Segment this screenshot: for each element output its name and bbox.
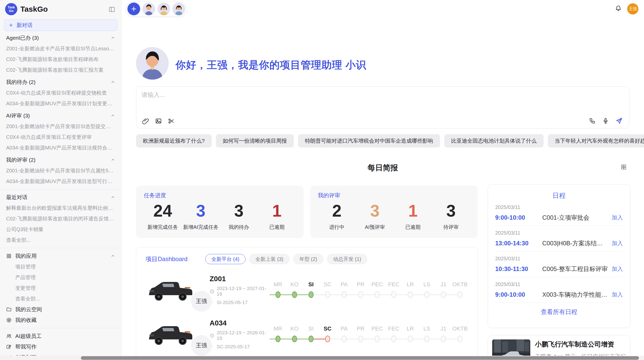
project-flag-date: SI-2025-05-17 xyxy=(210,300,268,305)
stat-ai-pre-review: 3 AI预评审 xyxy=(356,201,394,231)
agent-avatar[interactable] xyxy=(157,3,170,15)
divider xyxy=(0,328,121,328)
filter-tab-powertrain[interactable]: 动总开发 (1) xyxy=(327,254,367,264)
phone-icon[interactable] xyxy=(589,117,596,124)
task-item[interactable]: Z001-全新燃油皮卡产品开发项目SI节点Lesson Learn报告 xyxy=(0,43,121,54)
app-item-change-mgmt[interactable]: 变更管理 xyxy=(0,283,121,293)
app-item-view-all[interactable]: 查看全部... xyxy=(0,293,121,304)
plus-icon xyxy=(8,23,13,28)
recent-item[interactable]: C02-飞腾新能源轻客改款项目的闭环通告反馈情况 xyxy=(0,213,121,224)
section-header-my-todo[interactable]: 我的待办 (2) xyxy=(0,77,121,87)
section-agent-done: Agent已办 (3) Z001-全新燃油皮卡产品开发项目SI节点Lesson … xyxy=(0,33,121,75)
grid-switch-icon[interactable] xyxy=(620,164,627,170)
recent-item-view-all[interactable]: 查看全部... xyxy=(0,235,121,245)
notification-bell-icon[interactable] xyxy=(615,5,622,12)
milestone-dot xyxy=(325,291,330,298)
project-dates: 2023-12-19 ~ 2026-01-19 xyxy=(210,330,268,341)
recent-item[interactable]: 公司Q3轻卡销量 xyxy=(0,224,121,235)
microphone-icon[interactable] xyxy=(602,117,609,124)
chevron-up-icon[interactable] xyxy=(111,36,115,40)
sidebar-toggle-icon[interactable] xyxy=(109,6,115,13)
agent-avatar[interactable] xyxy=(142,3,155,15)
join-link[interactable]: 加入 xyxy=(612,265,623,273)
task-item[interactable]: C02-飞腾新能源轻客改款项目里程碑画布 xyxy=(0,54,121,65)
suggestion-chip[interactable]: 比亚迪全固态电池计划具体说了什么 xyxy=(444,134,544,147)
chevron-up-icon[interactable] xyxy=(111,195,115,200)
app-item-project-mgmt[interactable]: 项目管理 xyxy=(0,261,121,272)
milestone-dot xyxy=(358,336,363,342)
task-item[interactable]: C0X4-动力总成开发项目SI里程碑提交物检查 xyxy=(0,87,121,98)
suggestion-chip[interactable]: 欧洲新规最近颁布了什么? xyxy=(136,134,212,147)
my-review-card: 我的评审 2 进行中 3 AI预评审 1 已逾期 3 待评审 xyxy=(310,186,478,238)
milestone: OKTB xyxy=(452,281,468,299)
divider xyxy=(0,189,121,189)
news-title: 小鹏飞行汽车制造公司增资 xyxy=(535,340,626,349)
join-link[interactable]: 加入 xyxy=(612,291,623,298)
task-item[interactable]: Z001-全新燃油轻卡产品开发项目SI节点属性5D文件评审 xyxy=(0,165,121,176)
sidebar-item-my-apps[interactable]: 我的应用 xyxy=(0,251,121,261)
join-link[interactable]: 加入 xyxy=(612,214,623,221)
section-header-agent-done[interactable]: Agent已办 (3) xyxy=(0,33,121,43)
sidebar-item-cloud-space[interactable]: 我的云空间 xyxy=(0,304,121,315)
task-item[interactable]: Z001-全新燃油轻卡产品开发项目SI造型提交物评审 xyxy=(0,121,121,132)
milestone: LS xyxy=(419,325,435,343)
section-header-recent[interactable]: 最近对话 xyxy=(0,192,121,203)
section-header-my-review[interactable]: 我的评审 (2) xyxy=(0,155,121,165)
section-my-apps: 我的应用 项目管理 产品管理 变更管理 查看全部... xyxy=(0,251,121,304)
paperclip-icon[interactable] xyxy=(142,118,149,124)
task-item[interactable]: C0X4-动力总成开发项目工程变更评审 xyxy=(0,132,121,142)
greeting-text: 你好，王强，我是你的项目管理助理 小识 xyxy=(175,58,366,72)
view-all-schedule-link[interactable]: 查看所有日程 xyxy=(495,303,623,321)
user-avatar[interactable]: 王强 xyxy=(627,3,638,14)
section-header-ai-review[interactable]: AI评审 (3) xyxy=(0,110,121,121)
milestone-dot xyxy=(375,336,380,342)
task-item[interactable]: A034-全新新能源MUV产品开发项目造型可行性评审 xyxy=(0,176,121,187)
add-agent-button[interactable] xyxy=(127,3,140,15)
schedule-item: 2025/03/11 10:30-11:30 C005-整车工程目标评审 加入 xyxy=(495,251,623,277)
send-icon[interactable] xyxy=(616,117,623,124)
image-icon[interactable] xyxy=(155,118,162,124)
horizontal-scrollbar-track[interactable] xyxy=(0,356,644,360)
milestone-dot xyxy=(441,336,446,342)
sidebar-item-favorites[interactable]: 我的收藏 xyxy=(0,315,121,325)
sidebar-item-ai-super-staff[interactable]: AI超级员工 xyxy=(0,331,121,341)
schedule-card: 日程 2025/03/11 9:00-10:00 C001-立项审批会 加入 2… xyxy=(488,184,630,328)
section-my-todo: 我的待办 (2) C0X4-动力总成开发项目SI里程碑提交物检查 A034-全新… xyxy=(0,77,121,109)
suggestion-chip[interactable]: 如何写一份清晰的项目周报 xyxy=(216,134,294,147)
milestone: FEC xyxy=(386,325,402,343)
agent-avatar-group xyxy=(126,2,187,16)
app-item-product-mgmt[interactable]: 产品管理 xyxy=(0,272,121,283)
chevron-up-icon[interactable] xyxy=(111,80,115,84)
suggestion-chip[interactable]: 当下年轻人对汽车外观有怎样的喜好趋势 xyxy=(548,134,644,147)
milestone: SI xyxy=(303,281,319,299)
scissors-icon[interactable] xyxy=(168,118,174,124)
chevron-up-icon[interactable] xyxy=(111,254,115,258)
suggestion-chips: 欧洲新规最近颁布了什么? 如何写一份清晰的项目周报 特朗普可能对进口汽车增税会对… xyxy=(136,134,630,147)
recent-item[interactable]: 解释最新出台的欧盟报废车法规再生塑料比例被调至15%... xyxy=(0,203,121,213)
sidebar-item-help-me-write[interactable]: 帮我写作 xyxy=(0,341,121,352)
chevron-up-icon[interactable] xyxy=(111,158,115,162)
milestone: SC xyxy=(319,325,336,343)
filter-tab-new-platform[interactable]: 全新平台 (4) xyxy=(205,254,245,264)
task-item[interactable]: A034-全新新能源MUV产品开发项目计划变更表编写 xyxy=(0,98,121,109)
new-chat-button[interactable]: 新对话 xyxy=(4,19,117,31)
filter-tab-model-year[interactable]: 年型 (2) xyxy=(293,254,323,264)
chat-input-card xyxy=(136,86,630,129)
horizontal-scrollbar-thumb[interactable] xyxy=(81,356,639,360)
sidebar-item-label: AI超级员工 xyxy=(15,333,115,340)
task-item[interactable]: A034-全新新能源MUV产品开发项目法规符合性评审 xyxy=(0,142,121,153)
chevron-up-icon[interactable] xyxy=(111,113,115,118)
task-progress-card: 任务进度 24 新增完成任务 3 新增AI完成任务 3 我的待办 1 已逾期 xyxy=(136,186,304,238)
agent-avatar[interactable] xyxy=(172,3,185,15)
project-row[interactable]: 王强 A034 2023-12-19 ~ 2026-01-19 SC-2025-… xyxy=(136,316,477,353)
task-item[interactable]: C02-飞腾新能源轻客改款项目立项汇报方案 xyxy=(0,65,121,75)
milestone: J1 xyxy=(435,281,452,299)
section-ai-review: AI评审 (3) Z001-全新燃油轻卡产品开发项目SI造型提交物评审 C0X4… xyxy=(0,110,121,153)
chat-input[interactable] xyxy=(141,91,497,109)
join-link[interactable]: 加入 xyxy=(612,239,623,247)
project-row[interactable]: 王强 Z001 2023-12-19 ~ 2027-01-19 SI-2025-… xyxy=(136,272,477,308)
section-recent: 最近对话 解释最新出台的欧盟报废车法规再生塑料比例被调至15%... C02-飞… xyxy=(0,192,121,245)
schedule-item: 2025/03/11 13:00-14:30 C003|H0B-方案冻结评审 加… xyxy=(495,226,623,251)
filter-tab-new-body[interactable]: 全新上装 (3) xyxy=(249,254,289,264)
suggestion-chip[interactable]: 特朗普可能对进口汽车增税会对中国车企造成哪些影响 xyxy=(298,134,440,147)
